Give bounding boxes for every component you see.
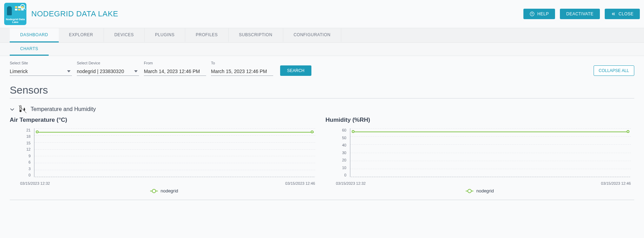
data-point <box>36 130 39 133</box>
site-select[interactable] <box>10 66 72 76</box>
y-tick: 21 <box>10 128 33 132</box>
chevron-down-icon[interactable] <box>10 107 15 112</box>
y-tick: 0 <box>10 173 33 177</box>
help-label: HELP <box>537 11 549 16</box>
legend-marker <box>150 191 158 191</box>
collapse-all-button[interactable]: COLLAPSE ALL <box>594 65 634 76</box>
from-label: From <box>144 61 206 65</box>
help-icon: ? <box>530 11 535 16</box>
x-tick: 03/15/2023 12:32 <box>336 181 366 185</box>
deactivate-label: DEACTIVATE <box>566 11 594 16</box>
y-tick: 18 <box>10 135 33 138</box>
data-point <box>311 130 313 133</box>
tab-profiles[interactable]: PROFILES <box>185 28 228 42</box>
deactivate-button[interactable]: DEACTIVATE <box>560 9 600 19</box>
y-tick: 10 <box>326 166 349 170</box>
data-point <box>352 130 354 133</box>
tab-configuration[interactable]: CONFIGURATION <box>283 28 341 42</box>
data-point <box>627 130 629 133</box>
section-title: Sensors <box>10 84 634 98</box>
close-button[interactable]: CLOSE <box>605 9 640 19</box>
y-tick: 40 <box>326 143 349 147</box>
tab-dashboard[interactable]: DASHBOARD <box>10 28 59 42</box>
y-tick: 50 <box>326 136 349 140</box>
main-nav: DASHBOARD EXPLORER DEVICES PLUGINS PROFI… <box>0 28 644 43</box>
logo-caption: Nodegrid Data Lake <box>4 18 26 24</box>
sub-nav: CHARTS <box>0 43 644 56</box>
to-label: To <box>211 61 273 65</box>
temperature-humidity-icon <box>18 105 27 114</box>
tab-subscription[interactable]: SUBSCRIPTION <box>229 28 283 42</box>
app-title: NODEGRID DATA LAKE <box>31 9 118 18</box>
chart-title: Air Temperature (°C) <box>10 117 319 124</box>
y-tick: 0 <box>326 173 349 177</box>
series-line <box>36 132 314 133</box>
help-button[interactable]: ? HELP <box>523 9 555 19</box>
site-label: Select Site <box>10 61 72 65</box>
y-tick: 15 <box>10 141 33 145</box>
y-tick: 12 <box>10 148 33 151</box>
legend-marker <box>466 191 473 191</box>
subtab-charts[interactable]: CHARTS <box>10 43 49 56</box>
y-tick: 60 <box>326 128 349 132</box>
svg-point-3 <box>19 110 22 112</box>
chevron-left-double-icon <box>611 11 616 16</box>
chart-title: Humidity (%RH) <box>326 117 635 124</box>
tab-explorer[interactable]: EXPLORER <box>59 28 104 42</box>
y-tick: 6 <box>10 160 33 164</box>
app-logo: Nodegrid Data Lake <box>4 3 26 25</box>
y-tick: 3 <box>10 167 33 171</box>
y-tick: 30 <box>326 151 349 155</box>
from-input[interactable] <box>144 66 206 76</box>
x-tick: 03/15/2023 12:32 <box>20 181 50 185</box>
tab-devices[interactable]: DEVICES <box>104 28 145 42</box>
group-title: Temperature and Humidity <box>31 106 96 112</box>
chart-humidity: Humidity (%RH) 6050403020100 03/15/2023 … <box>326 117 635 193</box>
device-select[interactable] <box>77 66 139 76</box>
chart-air-temperature: Air Temperature (°C) 211815129630 03/15/… <box>10 117 319 193</box>
y-tick: 20 <box>326 158 349 162</box>
x-tick: 03/15/2023 12:46 <box>601 181 631 185</box>
to-input[interactable] <box>211 66 273 76</box>
search-button[interactable]: SEARCH <box>280 65 311 76</box>
x-tick: 03/15/2023 12:46 <box>285 181 315 185</box>
close-label: CLOSE <box>619 11 634 16</box>
device-label: Select Device <box>77 61 139 65</box>
y-tick: 9 <box>10 154 33 158</box>
legend-label: nodegrid <box>161 188 178 193</box>
tab-plugins[interactable]: PLUGINS <box>145 28 185 42</box>
legend-label: nodegrid <box>476 188 494 193</box>
series-line <box>352 132 630 132</box>
svg-text:?: ? <box>531 13 533 16</box>
